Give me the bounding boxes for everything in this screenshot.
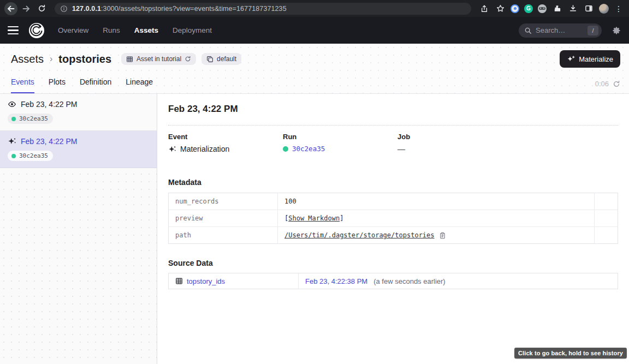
job-column-label: Job [397,133,512,141]
history-extension-icon[interactable] [511,4,519,13]
tab-lineage[interactable]: Lineage [126,73,153,93]
run-status-dot [283,146,288,152]
nav-item-assets[interactable]: Assets [134,26,158,34]
show-markdown-link[interactable]: Show Markdown [288,214,340,222]
breadcrumb-current-asset: topstories [58,53,111,65]
url-bar[interactable]: 127.0.0.1:3000/assets/topstories?view=ev… [55,3,471,15]
metadata-table: num_records 100 preview [Show Markdown] … [168,193,618,244]
browser-reload-button[interactable] [35,2,48,15]
back-button-tooltip: Click to go back, hold to see history [515,348,626,358]
metadata-key-cell: num_records [169,193,278,210]
primary-nav: Overview Runs Assets Deployment [58,26,212,34]
reload-icon [38,4,46,13]
bracket-open: [ [284,214,288,222]
back-arrow-icon [7,4,15,13]
refresh-icon [613,80,620,88]
code-location-label: default [217,55,236,63]
code-location-badge[interactable]: default [201,53,241,65]
source-timestamp-link[interactable]: Feb 23, 4:22:38 PM [305,277,367,285]
event-type-value: Materialization [180,145,229,153]
nav-item-deployment[interactable]: Deployment [173,26,212,34]
copy-path-button[interactable] [439,232,446,239]
source-asset-link[interactable]: topstory_ids [187,277,225,285]
search-input[interactable] [536,26,584,34]
grammarly-extension-icon[interactable]: G [524,4,533,13]
nav-menu-button[interactable] [8,24,21,37]
settings-button[interactable] [612,26,621,35]
share-button[interactable] [479,3,490,14]
materialize-button-label: Materialize [579,55,613,63]
refresh-icon [185,56,191,62]
event-timestamp: Feb 23, 4:22 PM [21,100,78,109]
event-summary: Event Materialization Run 30c2ea35 [168,133,618,153]
hamburger-icon [8,26,19,34]
metadata-value-cell: 100 [278,193,595,210]
tab-plots[interactable]: Plots [49,73,66,93]
materialize-button[interactable]: Materialize [560,50,620,68]
event-list-item-materialization[interactable]: Feb 23, 4:22 PM 30c2ea35 [0,131,157,168]
metadata-heading: Metadata [168,178,618,187]
event-run-pill[interactable]: 30c2ea35 [8,151,53,161]
tab-events[interactable]: Events [11,73,34,93]
nav-item-runs[interactable]: Runs [103,26,120,34]
search-shortcut-badge: / [588,26,598,35]
summary-event-column: Event Materialization [168,133,283,153]
browser-menu-button[interactable]: ⋮ [614,5,624,13]
sparkle-materialization-icon [168,145,176,153]
puzzle-piece-icon [553,4,561,13]
site-info-icon[interactable] [60,5,68,13]
asset-group-badge[interactable]: Asset in tutorial [121,53,196,65]
metadata-key-cell: path [169,227,278,243]
event-list-item-observation[interactable]: Feb 23, 4:22 PM 30c2ea35 [0,94,157,131]
run-column-label: Run [283,133,397,141]
path-link[interactable]: /Users/tim/.dagster/storage/topstories [284,231,435,239]
sparkle-plus-icon [567,55,575,63]
source-data-table: topstory_ids Feb 23, 4:22:38 PM (a few s… [168,273,618,289]
event-list-sidebar: Feb 23, 4:22 PM 30c2ea35 Feb 23, 4:22 PM… [0,94,157,364]
kebab-menu-icon: ⋮ [615,4,622,13]
browser-forward-button[interactable] [20,2,33,15]
dagster-logo[interactable] [28,22,45,39]
download-icon [569,4,577,13]
bookmark-button[interactable] [495,3,506,14]
breadcrumb-assets-link[interactable]: Assets [11,53,44,65]
url-domain: 127.0.0.1 [72,5,101,13]
event-run-pill[interactable]: 30c2ea35 [8,114,53,124]
table-grid-icon [175,277,183,285]
summary-job-column: Job — [397,133,512,153]
extensions-button[interactable] [551,3,562,14]
robot-extension-icon[interactable] [538,4,547,13]
source-timestamp-note: (a few seconds earlier) [373,277,446,285]
tab-definition[interactable]: Definition [80,73,111,93]
event-detail-pane: Feb 23, 4:22 PM Event Materialization Ru… [157,94,629,364]
share-icon [480,5,488,13]
event-column-label: Event [168,133,283,141]
event-timestamp: Feb 23, 4:22 PM [21,137,78,146]
forward-arrow-icon [22,4,31,13]
browser-toolbar-icons: G ⋮ [478,3,625,14]
detail-divider [168,125,618,126]
events-view: Feb 23, 4:22 PM 30c2ea35 Feb 23, 4:22 PM… [0,94,629,364]
asset-header: Assets › topstories Asset in tutorial de… [0,44,629,94]
layers-copy-icon [206,56,213,63]
asset-tabs: Events Plots Definition Lineage 0:06 [0,73,629,93]
browser-chrome: 127.0.0.1:3000/assets/topstories?view=ev… [0,0,629,17]
bookmark-star-icon [496,4,505,13]
refresh-now-button[interactable] [613,80,620,88]
metadata-value-cell: /Users/tim/.dagster/storage/topstories [278,227,595,243]
source-asset-cell: topstory_ids [169,273,299,289]
run-status-dot [11,154,16,158]
global-search[interactable]: / [519,23,602,38]
metadata-actions-cell [595,227,618,243]
browser-profile-avatar[interactable] [599,4,609,14]
nav-item-overview[interactable]: Overview [58,26,88,34]
run-id-link[interactable]: 30c2ea35 [292,145,325,153]
browser-back-button[interactable] [4,2,17,15]
breadcrumb: Assets › topstories Asset in tutorial de… [0,44,629,68]
run-id-label: 30c2ea35 [19,152,48,159]
metadata-actions-cell [595,210,618,227]
gear-icon [612,26,621,35]
downloads-button[interactable] [567,3,578,14]
eye-observation-icon [8,100,16,109]
side-panel-button[interactable] [583,3,594,14]
